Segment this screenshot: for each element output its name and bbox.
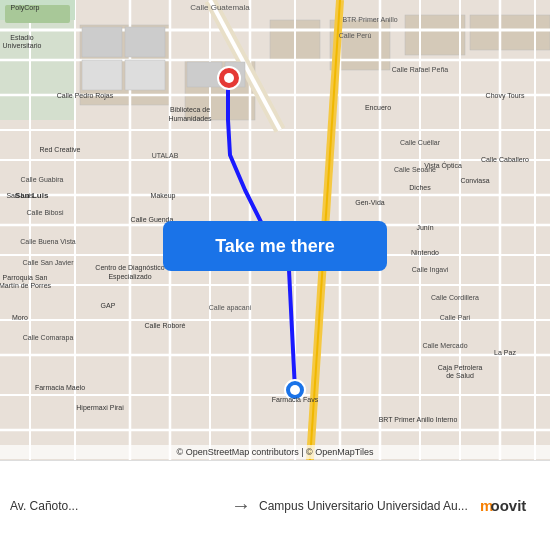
svg-text:Vista Óptica: Vista Óptica	[424, 161, 462, 170]
destination-location: Campus Universitario Universidad Au...	[259, 499, 472, 513]
svg-point-49	[224, 73, 234, 83]
svg-rect-43	[125, 60, 165, 90]
bottom-bar: Av. Cañoto... → Campus Universitario Uni…	[0, 460, 550, 550]
svg-text:Diches: Diches	[409, 184, 431, 191]
svg-text:PolyCorp: PolyCorp	[11, 4, 40, 12]
map-container: Calle Guatemala Calle Perú BTR Primer An…	[0, 0, 550, 460]
svg-text:Calle Pedro Rojas: Calle Pedro Rojas	[57, 92, 114, 100]
svg-text:Especializado: Especializado	[108, 273, 151, 281]
svg-text:San Luis: San Luis	[6, 192, 34, 199]
svg-text:de Salud: de Salud	[446, 372, 474, 379]
svg-text:Moro: Moro	[12, 314, 28, 321]
svg-text:Calle Ingavi: Calle Ingavi	[412, 266, 449, 274]
svg-text:Parroquia San: Parroquia San	[3, 274, 48, 282]
svg-text:Universitario: Universitario	[3, 42, 42, 49]
svg-text:Calle Perú: Calle Perú	[339, 32, 372, 39]
svg-text:UTALAB: UTALAB	[152, 152, 179, 159]
svg-rect-7	[470, 15, 550, 50]
svg-text:Calle Cordillera: Calle Cordillera	[431, 294, 479, 301]
svg-text:Calle Bibosi: Calle Bibosi	[27, 209, 64, 216]
route-arrow: →	[231, 494, 251, 517]
svg-text:BRT Primer Anillo Interno: BRT Primer Anillo Interno	[379, 416, 458, 423]
svg-text:Hipermaxi Pirai: Hipermaxi Pirai	[76, 404, 124, 412]
svg-text:Red Creative: Red Creative	[40, 146, 81, 153]
moovit-logo: m oovit	[480, 491, 540, 521]
map-attribution: © OpenStreetMap contributors | © OpenMap…	[0, 445, 550, 459]
svg-text:Junín: Junín	[416, 224, 433, 231]
svg-point-47	[290, 385, 300, 395]
origin-location: Av. Cañoto...	[10, 499, 223, 513]
origin-text: Av. Cañoto...	[10, 499, 223, 513]
svg-text:Makeup: Makeup	[151, 192, 176, 200]
svg-text:BTR Primer Anillo: BTR Primer Anillo	[342, 16, 397, 23]
svg-text:Calle Mercado: Calle Mercado	[422, 342, 467, 349]
svg-text:Calle apacani: Calle apacani	[209, 304, 252, 312]
svg-text:oovit: oovit	[491, 497, 527, 514]
svg-text:Estadio: Estadio	[10, 34, 33, 41]
svg-text:Gen-Vida: Gen-Vida	[355, 199, 385, 206]
svg-rect-41	[125, 27, 165, 57]
svg-text:Encuero: Encuero	[365, 104, 391, 111]
svg-text:Nintendo: Nintendo	[411, 249, 439, 256]
svg-rect-44	[187, 62, 222, 87]
svg-text:Calle Comarapa: Calle Comarapa	[23, 334, 74, 342]
svg-text:Martín de Porres: Martín de Porres	[0, 282, 52, 289]
svg-text:Calle Cuéllar: Calle Cuéllar	[400, 139, 441, 146]
svg-rect-40	[82, 27, 122, 57]
svg-text:Calle Guatemala: Calle Guatemala	[190, 3, 250, 12]
destination-text: Campus Universitario Universidad Au...	[259, 499, 472, 513]
svg-rect-6	[405, 15, 465, 55]
svg-text:La Paz: La Paz	[494, 349, 516, 356]
take-me-there-button[interactable]: Take me there	[163, 221, 387, 271]
svg-text:Farmacia Favs: Farmacia Favs	[272, 396, 319, 403]
svg-text:GAP: GAP	[101, 302, 116, 309]
svg-rect-42	[82, 60, 122, 90]
svg-text:Humanidades: Humanidades	[168, 115, 212, 122]
svg-text:Caja Petrolera: Caja Petrolera	[438, 364, 483, 372]
svg-text:Biblioteca de: Biblioteca de	[170, 106, 210, 113]
svg-text:Farmacia Maelo: Farmacia Maelo	[35, 384, 85, 391]
svg-text:Calle Pari: Calle Pari	[440, 314, 471, 321]
svg-text:Calle Buena Vista: Calle Buena Vista	[20, 238, 76, 245]
svg-text:Chovy Tours: Chovy Tours	[486, 92, 525, 100]
svg-text:Calle San Javier: Calle San Javier	[23, 259, 75, 266]
svg-text:Calle Roboré: Calle Roboré	[145, 322, 186, 329]
svg-text:Conviasa: Conviasa	[460, 177, 489, 184]
svg-text:Calle Rafael Peña: Calle Rafael Peña	[392, 66, 449, 73]
svg-text:Calle Guabira: Calle Guabira	[21, 176, 64, 183]
svg-text:Calle Caballero: Calle Caballero	[481, 156, 529, 163]
svg-text:Centro de Diagnóstico: Centro de Diagnóstico	[95, 264, 164, 272]
